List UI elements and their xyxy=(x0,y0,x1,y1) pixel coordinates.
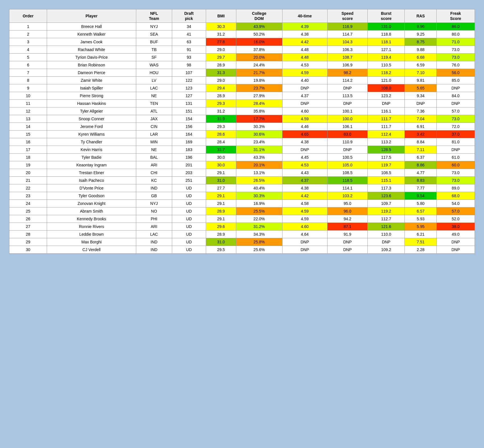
cell-pick: 156 xyxy=(172,123,206,131)
cell-team: LAR xyxy=(136,131,172,138)
cell-burst: DNP xyxy=(368,238,405,246)
cell-freak: 52.0 xyxy=(436,215,475,223)
cell-coldom: 20.1% xyxy=(236,161,282,169)
cell-bmi: 27.7 xyxy=(206,184,236,192)
cell-team: CHI xyxy=(136,169,172,177)
cell-bmi: 31.0 xyxy=(206,177,236,184)
cell-freak: DNP xyxy=(436,238,475,246)
cell-speed: 87.1 xyxy=(327,223,367,231)
cell-burst: 108.5 xyxy=(368,169,405,177)
cell-team: IND xyxy=(136,246,172,254)
cell-burst: 109.7 xyxy=(368,200,405,207)
table-row: 11Hassan HaskinsTEN13129.328.4%DNPDNPDNP… xyxy=(9,100,475,107)
cell-freak: DNP xyxy=(436,84,475,92)
cell-ras: 6.37 xyxy=(405,154,437,161)
cell-freak: 57.0 xyxy=(436,207,475,215)
cell-bmi: 29.6 xyxy=(206,223,236,231)
cell-freak: 73.0 xyxy=(436,177,475,184)
cell-pick: 251 xyxy=(172,177,206,184)
cell-player: Brian Robinson xyxy=(47,61,136,69)
cell-40time: 4.48 xyxy=(282,54,327,61)
cell-pick: UD xyxy=(172,184,206,192)
header-ras: RAS xyxy=(405,9,437,23)
cell-speed: 100.1 xyxy=(327,107,367,115)
cell-player: Ty Chandler xyxy=(47,138,136,146)
cell-team: CIN xyxy=(136,123,172,131)
cell-player: Ronnie Rivers xyxy=(47,223,136,231)
cell-burst: 112.7 xyxy=(368,215,405,223)
cell-40time: 4.53 xyxy=(282,161,327,169)
cell-team: IND xyxy=(136,238,172,246)
cell-pick: 201 xyxy=(172,161,206,169)
table-row: 2Kenneth WalkerSEA4131.250.2%4.38114.711… xyxy=(9,30,475,38)
cell-team: MIN xyxy=(136,138,172,146)
cell-ras: 7.77 xyxy=(405,184,437,192)
cell-team: BAL xyxy=(136,154,172,161)
cell-player: James Cook xyxy=(47,38,136,46)
cell-freak: 57.0 xyxy=(436,107,475,115)
cell-ras: 5.93 xyxy=(405,215,437,223)
cell-order: 26 xyxy=(9,215,47,223)
cell-coldom: 30.3% xyxy=(236,123,282,131)
cell-freak: 49.0 xyxy=(436,231,475,238)
cell-coldom: 20.0% xyxy=(236,54,282,61)
cell-pick: 131 xyxy=(172,100,206,107)
cell-speed: 113.5 xyxy=(327,92,367,100)
cell-team: SEA xyxy=(136,30,172,38)
cell-burst: 112.4 xyxy=(368,131,405,138)
cell-bmi: 29.7 xyxy=(206,54,236,61)
cell-ras: 3.42 xyxy=(405,131,437,138)
cell-ras: 7.11 xyxy=(405,146,437,154)
cell-ras: 6.57 xyxy=(405,207,437,215)
cell-speed: 114.2 xyxy=(327,77,367,84)
cell-speed: 98.2 xyxy=(327,69,367,77)
cell-coldom: 31.2% xyxy=(236,223,282,231)
cell-speed: 104.3 xyxy=(327,38,367,46)
cell-ras: 8.84 xyxy=(405,138,437,146)
cell-burst: 121.0 xyxy=(368,77,405,84)
cell-team: NYJ xyxy=(136,23,172,30)
cell-bmi: 30.0 xyxy=(206,161,236,169)
table-row: 26Kennedy BrooksPHIUD29.122.0%4.5994.211… xyxy=(9,215,475,223)
header-order: Order xyxy=(9,9,47,23)
cell-bmi: 28.9 xyxy=(206,92,236,100)
cell-burst: 121.6 xyxy=(368,223,405,231)
cell-burst: 123.2 xyxy=(368,92,405,100)
cell-coldom: 37.8% xyxy=(236,46,282,54)
cell-40time: 4.42 xyxy=(282,192,327,200)
main-container: Order Player NFLTeam Draftpick BMI Colle… xyxy=(6,6,478,257)
cell-bmi: 31.0 xyxy=(206,238,236,246)
cell-pick: 98 xyxy=(172,61,206,69)
cell-player: Jerome Ford xyxy=(47,123,136,131)
cell-pick: 93 xyxy=(172,54,206,61)
cell-ras: 8.75 xyxy=(405,38,437,46)
cell-freak: 89.0 xyxy=(436,184,475,192)
cell-freak: 61.0 xyxy=(436,154,475,161)
cell-team: LV xyxy=(136,77,172,84)
cell-pick: UD xyxy=(172,192,206,200)
cell-bmi: 29.0 xyxy=(206,77,236,84)
cell-pick: UD xyxy=(172,231,206,238)
cell-burst: 131.0 xyxy=(368,23,405,30)
cell-player: Isaiah Spiller xyxy=(47,84,136,92)
cell-order: 10 xyxy=(9,92,47,100)
cell-speed: DNP xyxy=(327,100,367,107)
cell-ras: 6.68 xyxy=(405,54,437,61)
cell-order: 1 xyxy=(9,23,47,30)
cell-burst: 111.7 xyxy=(368,123,405,131)
cell-bmi: 28.9 xyxy=(206,207,236,215)
cell-speed: 118.5 xyxy=(327,177,367,184)
cell-order: 29 xyxy=(9,238,47,246)
cell-player: Snoop Conner xyxy=(47,115,136,123)
header-team: NFLTeam xyxy=(136,9,172,23)
cell-burst: 123.6 xyxy=(368,192,405,200)
cell-coldom: 50.2% xyxy=(236,30,282,38)
cell-pick: 154 xyxy=(172,115,206,123)
cell-order: 4 xyxy=(9,46,47,54)
table-row: 6Brian RobinsonWAS9828.924.4%4.53106.911… xyxy=(9,61,475,69)
cell-player: Max Borghi xyxy=(47,238,136,246)
cell-bmi: 31.2 xyxy=(206,107,236,115)
cell-bmi: 29.1 xyxy=(206,215,236,223)
cell-bmi: 29.1 xyxy=(206,200,236,207)
cell-order: 18 xyxy=(9,154,47,161)
